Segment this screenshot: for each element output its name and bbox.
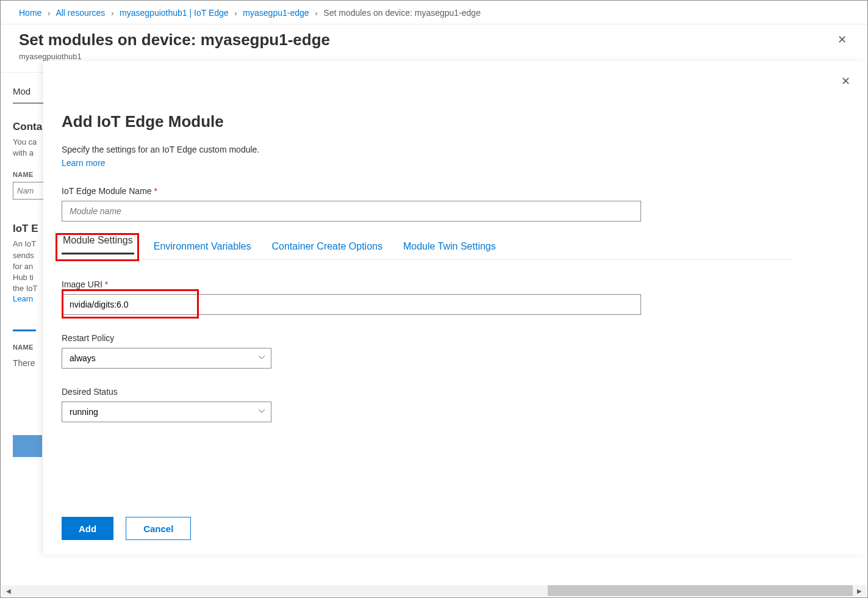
tab-container-create-options[interactable]: Container Create Options <box>271 235 384 259</box>
image-uri-label: Image URI <box>62 279 848 289</box>
scroll-left-icon[interactable]: ◀ <box>3 585 14 596</box>
desired-status-select[interactable]: running <box>62 402 271 422</box>
breadcrumb-current: Set modules on device: myasegpu1-edge <box>323 8 481 18</box>
scroll-right-icon[interactable]: ▶ <box>854 585 865 596</box>
breadcrumb-iothub[interactable]: myasegpuiothub1 | IoT Edge <box>120 8 229 18</box>
cancel-button[interactable]: Cancel <box>126 517 191 540</box>
close-icon[interactable]: ✕ <box>835 31 849 49</box>
panel-buttons: Add Cancel <box>62 489 848 540</box>
page-title: Set modules on device: myasegpu1-edge <box>19 31 330 49</box>
breadcrumb-all-resources[interactable]: All resources <box>56 8 105 18</box>
scrollbar-thumb[interactable] <box>548 585 853 596</box>
module-name-input[interactable] <box>62 201 641 222</box>
underlay-tab-indicator <box>13 314 36 331</box>
restart-policy-label: Restart Policy <box>62 333 848 343</box>
desired-status-label: Desired Status <box>62 387 848 397</box>
panel-title: Add IoT Edge Module <box>62 112 848 131</box>
breadcrumb: Home › All resources › myasegpuiothub1 |… <box>1 1 867 24</box>
image-uri-input[interactable] <box>62 294 641 315</box>
tab-module-twin-settings[interactable]: Module Twin Settings <box>402 235 497 259</box>
module-tabs: Module Settings Environment Variables Co… <box>62 235 794 260</box>
module-name-label: IoT Edge Module Name <box>62 186 848 196</box>
tab-environment-variables[interactable]: Environment Variables <box>152 235 253 259</box>
breadcrumb-home[interactable]: Home <box>19 8 41 18</box>
add-button[interactable]: Add <box>62 517 113 540</box>
underlay-button[interactable] <box>13 435 42 457</box>
chevron-right-icon: › <box>234 9 237 18</box>
horizontal-scrollbar[interactable]: ◀ ▶ <box>2 585 866 596</box>
learn-more-link[interactable]: Learn more <box>62 158 106 168</box>
chevron-right-icon: › <box>111 9 113 18</box>
restart-policy-select[interactable]: always <box>62 348 271 369</box>
add-module-panel: ✕ Add IoT Edge Module Specify the settin… <box>43 61 866 555</box>
page-subtitle: myasegpuiothub1 <box>19 52 330 61</box>
tab-module-settings[interactable]: Module Settings <box>62 229 134 254</box>
close-icon[interactable]: ✕ <box>839 72 853 90</box>
panel-description: Specify the settings for an IoT Edge cus… <box>62 145 848 154</box>
chevron-right-icon: › <box>315 9 317 18</box>
chevron-right-icon: › <box>48 9 50 18</box>
breadcrumb-edge-device[interactable]: myasegpu1-edge <box>243 8 309 18</box>
